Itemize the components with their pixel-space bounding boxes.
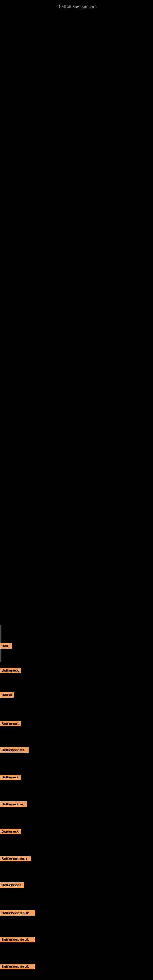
bottleneck-item-9[interactable]: Bottleneck resu	[0, 856, 30, 861]
bottleneck-item-3[interactable]: Bottler	[0, 692, 14, 698]
site-title: TheBottlenecker.com	[0, 2, 153, 9]
bottleneck-item-6[interactable]: Bottleneck	[0, 775, 21, 780]
bottleneck-item-bott[interactable]: Bott	[0, 643, 12, 649]
bottleneck-item-5[interactable]: Bottleneck res	[0, 747, 29, 753]
cursor-line-1	[0, 625, 1, 643]
bottleneck-item-7[interactable]: Bottleneck re	[0, 802, 27, 807]
bottleneck-item-12[interactable]: Bottleneck result	[0, 937, 35, 942]
bottleneck-item-13[interactable]: Bottleneck result	[0, 964, 35, 969]
bottleneck-item-4[interactable]: Bottleneck	[0, 721, 21, 726]
bottleneck-item-2[interactable]: Bottleneck	[0, 668, 21, 673]
cursor-line-2	[0, 649, 1, 662]
bottleneck-item-11[interactable]: Bottleneck result	[0, 910, 35, 916]
bottleneck-item-8[interactable]: Bottleneck	[0, 829, 21, 834]
bottleneck-item-10[interactable]: Bottleneck r	[0, 882, 24, 888]
